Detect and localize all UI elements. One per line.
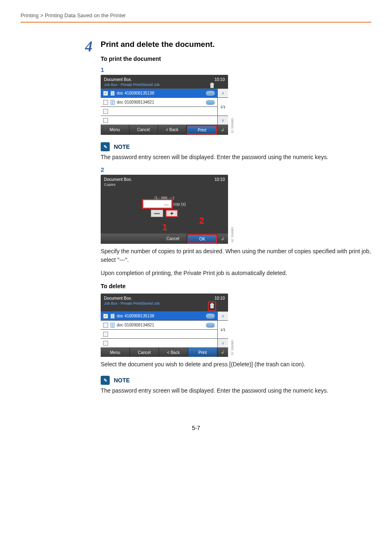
checkbox-icon[interactable] (103, 323, 108, 328)
print-button[interactable]: Print (187, 125, 217, 134)
unit-label: cop (s) (173, 202, 186, 206)
panel-title: Document Box. (104, 296, 132, 301)
note-text: The password entry screen will be displa… (101, 386, 371, 395)
breadcrumb-sub: Printing Data Saved on the Printer (45, 12, 126, 18)
sequence-2: 2 (101, 166, 371, 173)
body-text: Select the document you wish to delete a… (101, 360, 371, 368)
trash-icon[interactable] (207, 301, 217, 311)
doc-name: doc 4100908135138 (117, 91, 154, 95)
divider (21, 22, 371, 23)
doc-box-panel-delete: Document Box. 10:10 Job Box - Private Pr… (101, 294, 228, 357)
list-item[interactable] (101, 116, 217, 125)
enter-icon[interactable]: ↲ (217, 234, 228, 244)
page-indicator: 1/1 (218, 97, 228, 116)
panel-title: Document Box. (104, 177, 132, 182)
breadcrumb-sep: > (40, 12, 44, 18)
panel-subtitle: Job Box - Private Print/Stored Job (101, 83, 207, 88)
list-item[interactable]: ✓ doc 4100908135138 (101, 88, 217, 97)
back-button[interactable]: < Back (159, 348, 188, 357)
note-icon: ✎ (101, 142, 110, 151)
plus-button[interactable]: + (166, 210, 178, 217)
panel-subtitle: Job Box - Private Print/Stored Job (101, 301, 207, 307)
callout-1: 1 (162, 222, 167, 233)
note-label: NOTE (114, 143, 130, 150)
figure-code: GB0683_01 (231, 340, 234, 355)
body-text: Specify the number of copies to print as… (101, 247, 371, 264)
enter-icon[interactable]: ↲ (217, 348, 228, 357)
info-badge-icon[interactable] (206, 100, 215, 105)
subhead-delete: To delete (101, 283, 371, 289)
menu-button[interactable]: Menu (101, 125, 129, 134)
subhead-print: To print the document (101, 56, 371, 62)
panel-subtitle: Copies (101, 183, 228, 188)
list-item[interactable] (101, 329, 217, 338)
cancel-button[interactable]: Cancel (129, 125, 158, 134)
scroll-up-icon[interactable]: ∧ (218, 311, 228, 320)
doc-box-panel-print: Document Box. 10:10 Job Box - Private Pr… (101, 75, 228, 135)
scroll-up-icon[interactable]: ∧ (218, 88, 228, 97)
copies-panel: Document Box. 10:10 Copies (1 - 999, ---… (101, 175, 228, 244)
info-badge-icon[interactable] (206, 314, 215, 319)
list-item[interactable]: ✓ doc 4100908135138 (101, 311, 217, 320)
checkbox-icon[interactable] (103, 341, 108, 346)
checkbox-icon[interactable] (103, 109, 108, 114)
list-item[interactable]: doc 0100908134821 (101, 320, 217, 329)
page-indicator: 1/1 (218, 320, 228, 338)
checkbox-icon[interactable]: ✓ (103, 314, 108, 319)
document-icon (111, 91, 115, 96)
document-icon (111, 314, 115, 319)
back-button[interactable]: < Back (158, 125, 187, 134)
figure-code: GB0683_01 (231, 118, 234, 133)
document-icon (111, 100, 115, 105)
panel-time: 10:10 (214, 177, 225, 182)
doc-name: doc 0100908134821 (117, 323, 154, 327)
note-text: The password entry screen will be displa… (101, 153, 371, 161)
minus-button[interactable]: — (151, 210, 163, 217)
panel-title: Document Box. (104, 77, 132, 82)
doc-name: doc 4100908135138 (117, 314, 154, 318)
panel-time: 10:10 (214, 296, 225, 301)
scroll-down-icon[interactable]: ∨ (218, 116, 228, 125)
breadcrumb-section: Printing (21, 12, 39, 18)
scroll-down-icon[interactable]: ∨ (218, 338, 228, 347)
panel-time: 10:10 (214, 77, 225, 82)
info-badge-icon[interactable] (206, 91, 215, 96)
body-text: Upon completion of printing, the Private… (101, 269, 371, 277)
print-button[interactable]: Print (188, 348, 217, 357)
callout-2: 2 (199, 215, 204, 226)
cancel-button[interactable]: Cancel (159, 234, 187, 243)
checkbox-icon[interactable] (103, 118, 108, 123)
checkbox-icon[interactable] (103, 100, 108, 105)
note-icon: ✎ (101, 376, 110, 385)
list-item[interactable]: doc 0100908134821 (101, 97, 217, 106)
step-number: 4 (80, 39, 92, 400)
list-item[interactable] (101, 106, 217, 116)
cancel-button[interactable]: Cancel (130, 348, 159, 357)
figure-code: GB0002_00 (231, 227, 234, 242)
sequence-1: 1 (101, 66, 371, 73)
enter-icon[interactable]: ↲ (217, 125, 228, 135)
note-label: NOTE (114, 377, 130, 384)
step-title: Print and delete the document. (101, 40, 371, 49)
menu-button[interactable]: Menu (101, 348, 130, 357)
doc-name: doc 0100908134821 (117, 100, 154, 104)
document-icon (111, 323, 115, 328)
info-badge-icon[interactable] (206, 323, 215, 328)
checkbox-icon[interactable]: ✓ (103, 91, 108, 96)
copies-field[interactable]: --- (143, 200, 172, 208)
breadcrumb: Printing > Printing Data Saved on the Pr… (21, 12, 371, 22)
ok-button[interactable]: OK (187, 234, 217, 243)
range-label: (1 - 999, ---) (154, 196, 174, 200)
list-item[interactable] (101, 338, 217, 347)
page-number: 5-7 (21, 425, 371, 431)
trash-icon[interactable] (207, 83, 217, 88)
checkbox-icon[interactable] (103, 332, 108, 337)
